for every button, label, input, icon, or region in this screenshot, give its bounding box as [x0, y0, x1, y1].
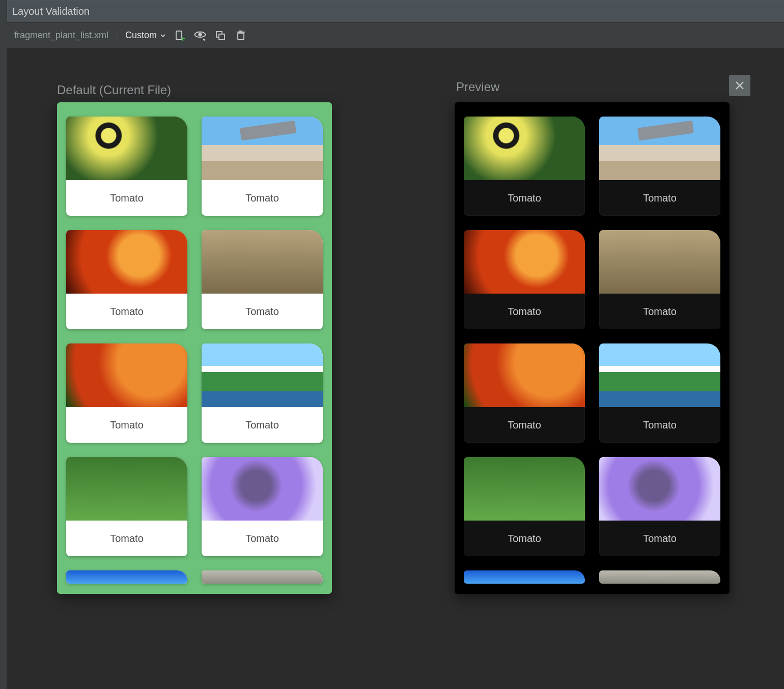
plant-caption: Tomato [464, 294, 585, 329]
svg-rect-5 [219, 34, 225, 40]
copy-button[interactable] [214, 29, 227, 42]
chevron-down-icon [160, 33, 166, 39]
plant-thumbnail [464, 230, 585, 294]
plant-card[interactable]: Tomato [464, 343, 585, 443]
custom-dropdown-label: Custom [125, 30, 157, 41]
custom-dropdown[interactable]: Custom [125, 30, 166, 41]
visibility-button[interactable] [193, 29, 207, 42]
plant-thumbnail [464, 570, 585, 584]
close-preview-button[interactable] [729, 75, 750, 96]
plant-thumbnail [66, 117, 187, 180]
plant-card[interactable]: Tomato [464, 457, 585, 556]
plant-thumbnail [202, 230, 323, 294]
plant-card[interactable]: Tomato [599, 457, 720, 556]
plant-card[interactable]: Tomato [599, 117, 720, 216]
preview-panel-label: Preview [456, 80, 499, 94]
plant-caption: Tomato [202, 521, 323, 556]
default-panel-label: Default (Current File) [57, 83, 171, 97]
plant-thumbnail [464, 117, 585, 180]
plant-card[interactable]: Tomato [202, 230, 323, 329]
plant-card[interactable]: Tomato [202, 570, 323, 584]
panel-title-bar: Layout Validation [7, 1, 784, 23]
plant-caption: Tomato [66, 180, 187, 216]
plant-card[interactable]: Tomato [464, 117, 585, 216]
plant-card[interactable]: Tomato [202, 117, 323, 216]
delete-button[interactable] [234, 29, 247, 42]
layout-validation-panel: Layout Validation fragment_plant_list.xm… [7, 0, 784, 689]
plant-thumbnail [599, 343, 720, 407]
plant-card[interactable]: Tomato [66, 230, 187, 329]
plant-thumbnail [202, 570, 323, 584]
plant-caption: Tomato [599, 294, 720, 329]
layout-canvas[interactable]: Default (Current File) Preview TomatoTom… [7, 48, 784, 689]
plant-grid-dark: TomatoTomatoTomatoTomatoTomatoTomatoToma… [455, 102, 730, 584]
plant-thumbnail [202, 343, 323, 407]
plant-thumbnail [599, 230, 720, 294]
plant-card[interactable]: Tomato [599, 570, 720, 584]
plant-thumbnail [66, 343, 187, 407]
toolbar: fragment_plant_list.xml Custom [7, 23, 784, 48]
plant-card[interactable]: Tomato [464, 230, 585, 329]
plant-caption: Tomato [66, 521, 187, 556]
plant-thumbnail [202, 117, 323, 180]
plant-card[interactable]: Tomato [202, 343, 323, 443]
plant-thumbnail [202, 457, 323, 521]
panel-title: Layout Validation [12, 6, 90, 17]
plant-thumbnail [464, 343, 585, 407]
plant-card[interactable]: Tomato [66, 457, 187, 556]
plant-caption: Tomato [464, 407, 585, 443]
plant-caption: Tomato [202, 180, 323, 216]
plant-thumbnail [464, 457, 585, 521]
plant-thumbnail [599, 570, 720, 584]
plant-card[interactable]: Tomato [599, 343, 720, 443]
plant-card[interactable]: Tomato [66, 343, 187, 443]
plant-card[interactable]: Tomato [202, 457, 323, 556]
plant-thumbnail [599, 117, 720, 180]
plant-caption: Tomato [599, 180, 720, 216]
plant-caption: Tomato [599, 407, 720, 443]
plant-thumbnail [599, 457, 720, 521]
plant-thumbnail [66, 230, 187, 294]
preview-layout-preview[interactable]: TomatoTomatoTomatoTomatoTomatoTomatoToma… [455, 102, 730, 594]
default-layout-preview[interactable]: TomatoTomatoTomatoTomatoTomatoTomatoToma… [57, 102, 332, 594]
plant-thumbnail [66, 570, 187, 584]
ide-left-gutter [0, 0, 7, 689]
plant-caption: Tomato [202, 407, 323, 443]
plant-caption: Tomato [464, 180, 585, 216]
plant-caption: Tomato [202, 294, 323, 329]
add-device-button[interactable] [173, 29, 186, 42]
svg-point-3 [199, 33, 202, 36]
plant-caption: Tomato [464, 521, 585, 556]
filename-label: fragment_plant_list.xml [14, 30, 118, 41]
plant-caption: Tomato [599, 521, 720, 556]
plant-caption: Tomato [66, 294, 187, 329]
plant-card[interactable]: Tomato [66, 117, 187, 216]
plant-card[interactable]: Tomato [464, 570, 585, 584]
svg-rect-6 [238, 33, 244, 40]
plant-thumbnail [66, 457, 187, 521]
plant-card[interactable]: Tomato [599, 230, 720, 329]
close-icon [735, 80, 745, 91]
plant-card[interactable]: Tomato [66, 570, 187, 584]
plant-grid-light: TomatoTomatoTomatoTomatoTomatoTomatoToma… [57, 102, 332, 584]
plant-caption: Tomato [66, 407, 187, 443]
